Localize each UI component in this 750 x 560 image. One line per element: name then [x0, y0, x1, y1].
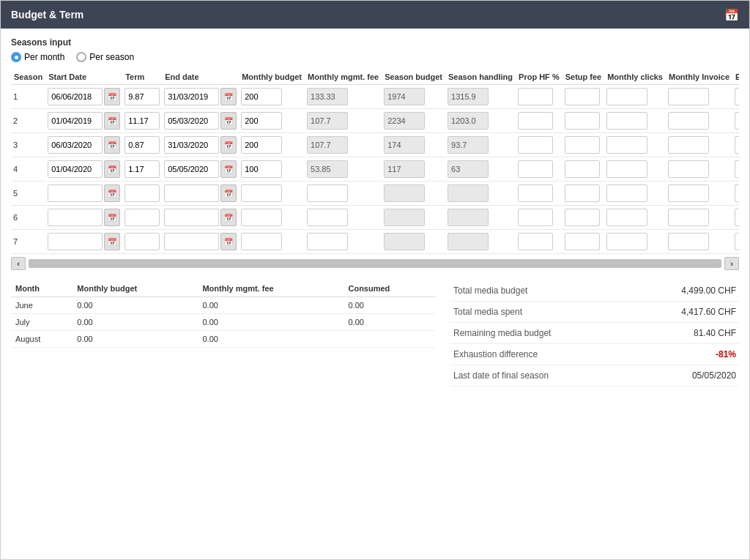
eb-input[interactable] [735, 88, 739, 105]
setup-fee-input[interactable] [565, 209, 600, 226]
monthly-mgmt-fee-input[interactable] [307, 112, 348, 130]
radio-circle-per-season[interactable] [76, 52, 86, 62]
prop-hf-input[interactable] [518, 184, 553, 202]
radio-per-season[interactable]: Per season [76, 52, 134, 62]
radio-per-month[interactable]: Per month [11, 52, 64, 62]
monthly-budget-input[interactable] [241, 233, 282, 250]
end-date-input[interactable] [164, 184, 219, 202]
setup-fee-input[interactable] [565, 112, 600, 130]
setup-fee-input[interactable] [565, 136, 600, 154]
eb-input[interactable] [735, 184, 739, 202]
setup-fee-input[interactable] [565, 233, 600, 250]
season-budget-input[interactable] [384, 160, 425, 178]
end-date-cal-btn[interactable]: 📅 [220, 184, 237, 202]
season-handling-input[interactable] [448, 112, 489, 130]
setup-fee-input[interactable] [565, 160, 600, 178]
monthly-budget-input[interactable] [241, 209, 282, 226]
season-handling-input[interactable] [448, 88, 489, 105]
term-input[interactable] [125, 88, 160, 105]
monthly-invoice-input[interactable] [668, 88, 709, 105]
monthly-budget-input[interactable] [241, 184, 282, 202]
start-date-input[interactable] [48, 136, 103, 154]
start-date-cal-btn[interactable]: 📅 [104, 209, 120, 226]
prop-hf-input[interactable] [518, 233, 553, 250]
monthly-mgmt-fee-input[interactable] [307, 233, 348, 250]
season-budget-input[interactable] [384, 184, 425, 202]
end-date-input[interactable] [164, 160, 219, 178]
scroll-right-arrow[interactable]: › [724, 257, 739, 270]
season-handling-input[interactable] [448, 160, 489, 178]
eb-input[interactable] [735, 112, 739, 130]
prop-hf-input[interactable] [518, 88, 553, 105]
monthly-mgmt-fee-input[interactable] [307, 209, 348, 226]
monthly-clicks-input[interactable] [606, 136, 647, 154]
monthly-mgmt-fee-input[interactable] [307, 184, 348, 202]
season-handling-input[interactable] [448, 209, 489, 226]
start-date-input[interactable] [48, 209, 103, 226]
monthly-invoice-input[interactable] [668, 112, 709, 130]
monthly-mgmt-fee-input[interactable] [307, 160, 348, 178]
season-budget-input[interactable] [384, 88, 425, 105]
monthly-budget-input[interactable] [241, 88, 282, 105]
monthly-invoice-input[interactable] [668, 233, 709, 250]
end-date-cal-btn[interactable]: 📅 [220, 136, 237, 154]
term-input[interactable] [125, 160, 160, 178]
setup-fee-input[interactable] [565, 184, 600, 202]
start-date-input[interactable] [48, 233, 103, 250]
monthly-invoice-input[interactable] [668, 209, 709, 226]
term-input[interactable] [125, 112, 160, 130]
calendar-icon[interactable]: 📅 [724, 8, 739, 22]
start-date-cal-btn[interactable]: 📅 [104, 112, 120, 130]
setup-fee-input[interactable] [565, 88, 600, 105]
start-date-input[interactable] [48, 160, 103, 178]
eb-input[interactable] [735, 136, 739, 154]
prop-hf-input[interactable] [518, 160, 553, 178]
term-input[interactable] [125, 233, 160, 250]
end-date-input[interactable] [164, 136, 219, 154]
start-date-cal-btn[interactable]: 📅 [104, 233, 120, 250]
season-budget-input[interactable] [384, 209, 425, 226]
end-date-input[interactable] [164, 88, 219, 105]
prop-hf-input[interactable] [518, 112, 553, 130]
monthly-clicks-input[interactable] [606, 209, 647, 226]
end-date-cal-btn[interactable]: 📅 [220, 233, 237, 250]
monthly-clicks-input[interactable] [606, 184, 647, 202]
scroll-track[interactable] [29, 259, 721, 268]
monthly-invoice-input[interactable] [668, 136, 709, 154]
season-handling-input[interactable] [448, 136, 489, 154]
end-date-input[interactable] [164, 233, 219, 250]
end-date-cal-btn[interactable]: 📅 [220, 160, 237, 178]
start-date-cal-btn[interactable]: 📅 [104, 88, 120, 105]
end-date-input[interactable] [164, 209, 219, 226]
monthly-budget-input[interactable] [241, 112, 282, 130]
monthly-invoice-input[interactable] [668, 184, 709, 202]
monthly-clicks-input[interactable] [606, 88, 647, 105]
term-input[interactable] [125, 136, 160, 154]
start-date-cal-btn[interactable]: 📅 [104, 160, 120, 178]
start-date-cal-btn[interactable]: 📅 [104, 136, 120, 154]
monthly-budget-input[interactable] [241, 136, 282, 154]
start-date-input[interactable] [48, 88, 103, 105]
end-date-cal-btn[interactable]: 📅 [220, 209, 237, 226]
end-date-cal-btn[interactable]: 📅 [220, 88, 237, 105]
season-handling-input[interactable] [448, 233, 489, 250]
season-budget-input[interactable] [384, 112, 425, 130]
monthly-clicks-input[interactable] [606, 233, 647, 250]
eb-input[interactable] [735, 160, 739, 178]
prop-hf-input[interactable] [518, 209, 553, 226]
monthly-mgmt-fee-input[interactable] [307, 136, 348, 154]
start-date-input[interactable] [48, 184, 103, 202]
eb-input[interactable] [735, 233, 739, 250]
season-handling-input[interactable] [448, 184, 489, 202]
term-input[interactable] [125, 184, 160, 202]
monthly-invoice-input[interactable] [668, 160, 709, 178]
radio-circle-per-month[interactable] [11, 52, 21, 62]
monthly-mgmt-fee-input[interactable] [307, 88, 348, 105]
monthly-budget-input[interactable] [241, 160, 282, 178]
prop-hf-input[interactable] [518, 136, 553, 154]
start-date-input[interactable] [48, 112, 103, 130]
end-date-cal-btn[interactable]: 📅 [220, 112, 237, 130]
term-input[interactable] [125, 209, 160, 226]
eb-input[interactable] [735, 209, 739, 226]
scroll-left-arrow[interactable]: ‹ [11, 257, 26, 270]
